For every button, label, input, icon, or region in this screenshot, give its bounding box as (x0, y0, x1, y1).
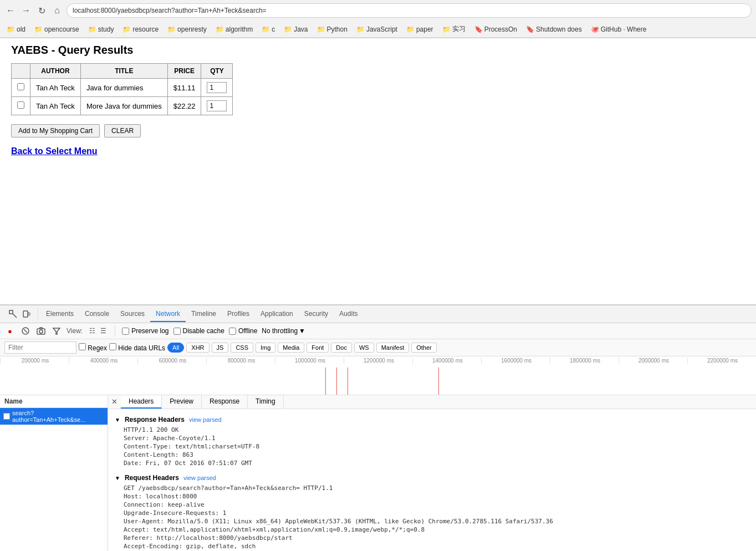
row2-price: $22.22 (167, 97, 201, 115)
filter-doc-btn[interactable]: Doc (331, 343, 352, 353)
req-header-line-4: Upgrade-Insecure-Requests: 1 (115, 509, 749, 517)
bookmark-paper[interactable]: 📁 paper (404, 24, 436, 34)
bookmark-processon[interactable]: 🔖 ProcessOn (472, 24, 519, 34)
bookmark-c[interactable]: 📁 c (259, 24, 277, 34)
disable-cache-label[interactable]: Disable cache (173, 327, 224, 335)
github-icon: 🐙 (591, 25, 599, 33)
filter-font-btn[interactable]: Font (307, 343, 329, 353)
bookmark-old[interactable]: 📁 old (4, 24, 28, 34)
hide-data-urls-checkbox[interactable] (109, 343, 116, 350)
disable-cache-checkbox[interactable] (173, 328, 181, 335)
bookmark-javascript[interactable]: 📁 JavaScript (354, 24, 400, 34)
offline-label[interactable]: Offline (229, 327, 257, 335)
home-button[interactable]: ⌂ (51, 4, 63, 17)
back-button[interactable]: ← (4, 4, 17, 17)
filter-ws-btn[interactable]: WS (354, 343, 374, 353)
details-content: ▼ Response Headers view parsed HTTP/1.1 … (108, 409, 756, 551)
folder-icon: 📁 (262, 25, 270, 33)
timeline-marker-2 (336, 368, 337, 395)
request-item[interactable]: search?author=Tan+Ah+Teck&se... (0, 408, 108, 425)
bookmark-study[interactable]: 📁 study (86, 24, 116, 34)
details-tab-timing[interactable]: Timing (248, 395, 284, 409)
device-icon[interactable] (21, 309, 32, 320)
address-bar[interactable] (67, 3, 752, 18)
folder-icon: 📁 (284, 25, 292, 33)
tab-profiles[interactable]: Profiles (222, 307, 255, 322)
view-parsed-link[interactable]: view parsed (189, 416, 222, 423)
reload-button[interactable]: ↻ (35, 4, 48, 17)
view-list-btn[interactable]: ☷ (87, 326, 97, 336)
record-button[interactable]: ● (4, 325, 16, 336)
filter-js-btn[interactable]: JS (212, 343, 229, 353)
table-row: Tan Ah Teck Java for dummies $11.11 (12, 79, 233, 97)
tab-application[interactable]: Application (255, 307, 299, 322)
tab-security[interactable]: Security (299, 307, 334, 322)
preserve-log-label[interactable]: Preserve log (122, 327, 168, 335)
bookmark-python[interactable]: 📁 Python (315, 24, 350, 34)
row2-checkbox[interactable] (17, 101, 24, 109)
details-tab-close-btn[interactable]: ✕ (108, 395, 121, 409)
clear-button[interactable]: CLEAR (104, 124, 141, 137)
filter-xhr-btn[interactable]: XHR (186, 343, 209, 353)
browser-chrome: ← → ↻ ⌂ 📁 old 📁 opencourse 📁 study 📁 res… (0, 0, 756, 38)
filter-manifest-btn[interactable]: Manifest (376, 343, 410, 353)
filter-icon[interactable] (51, 325, 62, 336)
hide-data-urls-label[interactable]: Hide data URLs (109, 343, 165, 352)
tab-elements[interactable]: Elements (40, 307, 79, 322)
filter-input[interactable] (4, 341, 76, 354)
tab-network[interactable]: Network (150, 307, 186, 322)
main-panel: Name search?author=Tan+Ah+Teck&se... ✕ H… (0, 395, 756, 551)
inspect-icon[interactable] (8, 309, 19, 320)
back-link[interactable]: Back to Select Menu (11, 146, 98, 156)
preserve-log-checkbox[interactable] (122, 328, 129, 335)
resp-header-line-3: Content-Type: text/html;charset=UTF-8 (115, 442, 749, 451)
row1-checkbox[interactable] (17, 83, 24, 90)
req-header-line-7: Referer: http://localhost:8000/yaebsdbcp… (115, 534, 749, 542)
clear-log-button[interactable] (20, 325, 31, 336)
req-header-line-2: Host: localhost:8000 (115, 492, 749, 501)
regex-checkbox[interactable] (79, 343, 86, 350)
triangle-icon: ▼ (115, 417, 120, 423)
bookmark-internship[interactable]: 📁 实习 (440, 23, 468, 35)
tick-1000: 1000000 ms (275, 358, 344, 364)
page-content: YAEBS - Query Results AUTHOR TITLE PRICE… (0, 38, 756, 304)
tick-2000: 2000000 ms (619, 358, 687, 364)
forward-button[interactable]: → (20, 4, 32, 17)
filter-img-btn[interactable]: Img (256, 343, 275, 353)
bookmark-shutdown[interactable]: 🔖 Shutdown does (524, 24, 584, 34)
filter-media-btn[interactable]: Media (278, 343, 304, 353)
tab-console[interactable]: Console (79, 307, 115, 322)
tab-audits[interactable]: Audits (334, 307, 363, 322)
row2-qty[interactable] (207, 100, 227, 111)
bookmark-java[interactable]: 📁 Java (282, 24, 310, 34)
tab-timeline[interactable]: Timeline (186, 307, 222, 322)
view-group-btn[interactable]: ☰ (98, 326, 108, 336)
bookmark-opencourse[interactable]: 📁 opencourse (32, 24, 81, 34)
filter-css-btn[interactable]: CSS (231, 343, 253, 353)
filter-other-btn[interactable]: Other (411, 343, 437, 353)
view-parsed-link-2[interactable]: view parsed (183, 475, 216, 481)
filter-all-btn[interactable]: All (167, 343, 184, 353)
tick-2200: 2200000 ms (687, 358, 756, 364)
requests-panel: Name search?author=Tan+Ah+Teck&se... (0, 395, 108, 551)
folder-icon: 📁 (88, 25, 96, 33)
offline-checkbox[interactable] (229, 328, 236, 335)
folder-icon: 📁 (356, 25, 365, 33)
bookmark-openresty[interactable]: 📁 openresty (165, 24, 209, 34)
bookmark-resource[interactable]: 📁 resource (120, 24, 161, 34)
add-to-cart-button[interactable]: Add to My Shopping Cart (11, 124, 100, 137)
devtools-panel: Elements Console Sources Network Timelin… (0, 304, 756, 551)
throttle-dropdown[interactable]: No throttling ▼ (262, 327, 305, 335)
req-header-line-8: Accept-Encoding: gzip, deflate, sdch (115, 542, 749, 550)
details-tab-headers[interactable]: Headers (121, 395, 162, 409)
camera-icon[interactable] (35, 325, 47, 336)
tab-sources[interactable]: Sources (115, 307, 150, 322)
details-tab-preview[interactable]: Preview (162, 395, 202, 409)
regex-label[interactable]: Regex (79, 343, 107, 352)
details-panel: ✕ Headers Preview Response Timing ▼ Resp… (108, 395, 756, 551)
folder-icon: 📁 (122, 25, 131, 33)
bookmark-algorithm[interactable]: 📁 algorithm (213, 24, 255, 34)
bookmark-github[interactable]: 🐙 GitHub · Where (589, 24, 649, 34)
details-tab-response[interactable]: Response (202, 395, 248, 409)
row1-qty[interactable] (207, 82, 227, 93)
